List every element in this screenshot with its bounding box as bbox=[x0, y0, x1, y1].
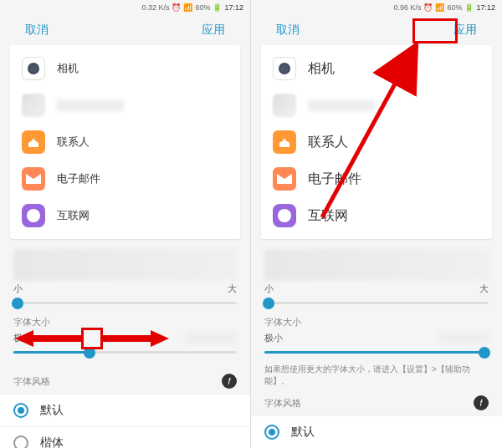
blur-icon bbox=[273, 94, 296, 117]
apply-button[interactable]: 应用 bbox=[202, 23, 225, 38]
font-size-slider[interactable] bbox=[264, 351, 489, 354]
radio-label: 默认 bbox=[40, 403, 64, 418]
size-large: 大 bbox=[479, 283, 489, 295]
size-small: 小 bbox=[13, 283, 23, 295]
clock: 17:12 bbox=[224, 3, 243, 12]
app-name: 电子邮件 bbox=[57, 171, 100, 186]
blurred-label bbox=[438, 332, 489, 344]
slider-thumb[interactable] bbox=[263, 298, 274, 309]
right-screenshot: 0.96 K/s ⏰ 📶 60% 🔋 17:12 取消 应用 相机 联系人 bbox=[251, 0, 502, 448]
alarm-icon: ⏰ bbox=[172, 3, 181, 12]
signal-icon: 📶 bbox=[183, 3, 192, 12]
size-labels: 小 大 bbox=[0, 283, 250, 298]
radio-kai[interactable]: 楷体 bbox=[0, 426, 250, 448]
blurred-preview bbox=[13, 249, 237, 281]
app-row-internet: 互联网 bbox=[261, 197, 492, 234]
signal-icon: 📶 bbox=[435, 3, 444, 12]
header-bar: 取消 应用 bbox=[251, 15, 502, 45]
font-style-header: 字体风格 f bbox=[0, 369, 250, 394]
alarm-icon: ⏰ bbox=[423, 3, 433, 12]
contacts-icon bbox=[273, 130, 296, 154]
font-tiny: 极小 bbox=[13, 332, 32, 344]
font-tiny: 极小 bbox=[264, 332, 283, 344]
left-screenshot: 0.32 K/s ⏰ 📶 60% 🔋 17:12 取消 应用 相机 联系人 bbox=[0, 0, 251, 448]
app-row-internet: 互联网 bbox=[10, 197, 240, 234]
internet-icon bbox=[273, 204, 296, 227]
font-settings-icon[interactable]: f bbox=[474, 395, 489, 410]
clock: 17:12 bbox=[476, 3, 495, 12]
size-large: 大 bbox=[228, 283, 237, 295]
radio-default[interactable]: 默认 bbox=[0, 394, 250, 426]
app-row-contacts: 联系人 bbox=[10, 124, 240, 160]
app-row-email: 电子邮件 bbox=[261, 160, 492, 197]
status-bar: 0.96 K/s ⏰ 📶 60% 🔋 17:12 bbox=[251, 0, 502, 15]
apps-preview-card: 相机 联系人 电子邮件 互联网 bbox=[261, 45, 492, 239]
app-name: 联系人 bbox=[57, 135, 90, 150]
email-icon bbox=[22, 167, 45, 191]
display-size-slider[interactable] bbox=[264, 302, 489, 304]
apply-button[interactable]: 应用 bbox=[453, 23, 477, 38]
slider-thumb[interactable] bbox=[84, 347, 95, 359]
font-style-label: 字体风格 bbox=[264, 397, 301, 410]
font-style-header: 字体风格 f bbox=[251, 390, 502, 415]
blur-icon bbox=[22, 94, 45, 117]
email-icon bbox=[273, 167, 296, 191]
font-size-hint: 如果想使用更大的字体大小，请进入【设置】>【辅助功能】。 bbox=[251, 362, 502, 390]
app-name-blurred bbox=[57, 99, 124, 111]
size-labels: 小 大 bbox=[251, 283, 502, 298]
app-name: 相机 bbox=[308, 60, 335, 78]
app-name: 电子邮件 bbox=[308, 171, 361, 188]
font-size-slider[interactable] bbox=[13, 351, 237, 354]
blurred-preview bbox=[264, 249, 489, 281]
net-speed: 0.96 K/s bbox=[393, 3, 421, 12]
internet-icon bbox=[22, 204, 45, 227]
app-row-contacts: 联系人 bbox=[261, 124, 492, 160]
display-size-slider[interactable] bbox=[13, 302, 237, 304]
font-settings-icon[interactable]: f bbox=[222, 374, 237, 389]
radio-label: 楷体 bbox=[40, 435, 64, 448]
app-name-blurred bbox=[308, 99, 375, 111]
font-style-label: 字体风格 bbox=[13, 375, 50, 388]
size-small: 小 bbox=[264, 283, 274, 295]
status-bar: 0.32 K/s ⏰ 📶 60% 🔋 17:12 bbox=[0, 0, 250, 15]
battery-icon: 🔋 bbox=[464, 3, 474, 12]
battery-text: 60% bbox=[195, 3, 210, 12]
app-name: 联系人 bbox=[308, 134, 348, 151]
slider-thumb[interactable] bbox=[12, 298, 23, 309]
app-row-blurred bbox=[10, 87, 240, 124]
battery-icon: 🔋 bbox=[213, 3, 222, 12]
app-name: 相机 bbox=[57, 61, 79, 76]
camera-icon bbox=[273, 57, 296, 80]
app-row-email: 电子邮件 bbox=[10, 160, 240, 197]
font-size-range: 极小 bbox=[251, 332, 502, 348]
app-row-camera: 相机 bbox=[261, 50, 492, 87]
net-speed: 0.32 K/s bbox=[141, 3, 169, 12]
contacts-icon bbox=[22, 130, 45, 154]
camera-icon bbox=[22, 57, 45, 80]
cancel-button[interactable]: 取消 bbox=[25, 23, 49, 38]
font-size-label: 字体大小 bbox=[251, 313, 502, 332]
radio-default[interactable]: 默认 bbox=[251, 415, 502, 448]
app-name: 互联网 bbox=[57, 208, 90, 223]
app-name: 互联网 bbox=[308, 207, 348, 225]
app-row-camera: 相机 bbox=[10, 50, 240, 87]
cancel-button[interactable]: 取消 bbox=[276, 23, 300, 38]
radio-icon[interactable] bbox=[264, 425, 279, 440]
app-row-blurred bbox=[261, 87, 492, 124]
radio-icon[interactable] bbox=[13, 403, 28, 418]
header-bar: 取消 应用 bbox=[0, 15, 250, 45]
blurred-label bbox=[187, 332, 237, 344]
radio-label: 默认 bbox=[291, 425, 315, 440]
slider-thumb[interactable] bbox=[479, 347, 490, 359]
battery-text: 60% bbox=[447, 3, 462, 12]
font-size-range: 极小 bbox=[0, 332, 250, 348]
radio-icon[interactable] bbox=[13, 435, 28, 448]
font-size-label: 字体大小 bbox=[0, 313, 250, 332]
apps-preview-card: 相机 联系人 电子邮件 互联网 bbox=[10, 45, 240, 239]
